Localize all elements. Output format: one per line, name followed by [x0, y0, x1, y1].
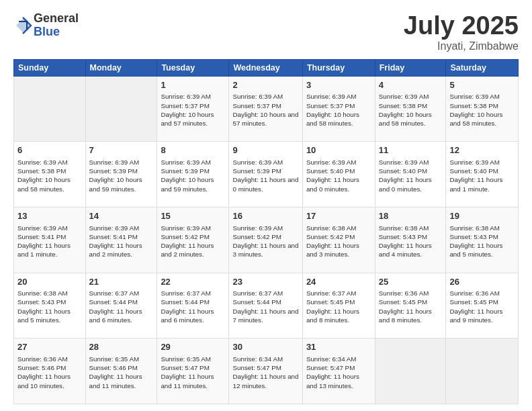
calendar-cell	[446, 338, 519, 404]
sunset: Sunset: 5:47 PM	[232, 364, 281, 371]
sunset: Sunset: 5:44 PM	[161, 298, 209, 306]
day-number: 7	[89, 144, 154, 156]
calendar-cell: 20Sunrise: 6:38 AMSunset: 5:43 PMDayligh…	[14, 273, 86, 338]
sunset: Sunset: 5:42 PM	[161, 233, 209, 240]
logo: General Blue	[13, 12, 79, 39]
daylight: Daylight: 10 hours and 58 minutes.	[17, 176, 71, 192]
day-number: 21	[89, 276, 154, 288]
sunset: Sunset: 5:38 PM	[17, 167, 66, 175]
calendar-cell: 24Sunrise: 6:37 AMSunset: 5:45 PMDayligh…	[302, 273, 375, 338]
sunrise: Sunrise: 6:38 AM	[17, 289, 68, 297]
calendar-cell: 21Sunrise: 6:37 AMSunset: 5:44 PMDayligh…	[85, 273, 157, 338]
daylight: Daylight: 11 hours and 5 minutes.	[449, 242, 502, 258]
calendar-page: General Blue July 2025 Inyati, Zimbabwe …	[0, 0, 532, 411]
calendar-cell	[14, 76, 86, 142]
daylight: Daylight: 11 hours and 6 minutes.	[161, 308, 214, 324]
sunset: Sunset: 5:45 PM	[306, 298, 355, 306]
calendar-cell: 9Sunrise: 6:39 AMSunset: 5:39 PMDaylight…	[229, 142, 302, 208]
logo-blue: Blue	[34, 26, 79, 39]
sunrise: Sunrise: 6:36 AM	[17, 355, 68, 363]
day-number: 1	[161, 79, 225, 91]
calendar-cell: 5Sunrise: 6:39 AMSunset: 5:38 PMDaylight…	[446, 76, 519, 142]
daylight: Daylight: 11 hours and 1 minute.	[449, 176, 502, 192]
day-number: 27	[17, 341, 82, 353]
sunset: Sunset: 5:40 PM	[379, 167, 427, 175]
calendar-cell	[85, 76, 157, 142]
calendar-cell: 12Sunrise: 6:39 AMSunset: 5:40 PMDayligh…	[446, 142, 519, 208]
sunrise: Sunrise: 6:39 AM	[449, 158, 500, 166]
calendar-cell: 6Sunrise: 6:39 AMSunset: 5:38 PMDaylight…	[14, 142, 86, 208]
sunset: Sunset: 5:47 PM	[161, 364, 209, 371]
calendar-week-1: 1Sunrise: 6:39 AMSunset: 5:37 PMDaylight…	[14, 76, 519, 142]
calendar-cell: 4Sunrise: 6:39 AMSunset: 5:38 PMDaylight…	[375, 76, 446, 142]
sunset: Sunset: 5:41 PM	[89, 233, 138, 240]
daylight: Daylight: 11 hours and 4 minutes.	[379, 242, 432, 258]
header-saturday: Saturday	[446, 59, 519, 76]
sunset: Sunset: 5:37 PM	[306, 102, 355, 109]
daylight: Daylight: 10 hours and 57 minutes.	[232, 111, 298, 127]
sunset: Sunset: 5:38 PM	[379, 102, 427, 109]
logo-icon	[13, 16, 32, 35]
calendar-cell: 25Sunrise: 6:36 AMSunset: 5:45 PMDayligh…	[375, 273, 446, 338]
header-row: Sunday Monday Tuesday Wednesday Thursday…	[14, 59, 519, 76]
daylight: Daylight: 10 hours and 59 minutes.	[161, 176, 214, 192]
calendar-cell: 16Sunrise: 6:39 AMSunset: 5:42 PMDayligh…	[229, 208, 302, 273]
sunrise: Sunrise: 6:36 AM	[379, 289, 429, 297]
day-number: 5	[449, 79, 515, 91]
header-sunday: Sunday	[14, 59, 86, 76]
sunset: Sunset: 5:41 PM	[17, 233, 66, 240]
calendar-cell	[375, 338, 446, 404]
sunrise: Sunrise: 6:39 AM	[161, 158, 211, 166]
sunrise: Sunrise: 6:39 AM	[232, 93, 283, 100]
calendar-cell: 27Sunrise: 6:36 AMSunset: 5:46 PMDayligh…	[14, 338, 86, 404]
day-number: 13	[17, 210, 82, 222]
sunrise: Sunrise: 6:39 AM	[232, 158, 283, 166]
header-friday: Friday	[375, 59, 446, 76]
calendar-cell: 8Sunrise: 6:39 AMSunset: 5:39 PMDaylight…	[157, 142, 229, 208]
calendar-cell: 2Sunrise: 6:39 AMSunset: 5:37 PMDaylight…	[229, 76, 302, 142]
sunset: Sunset: 5:44 PM	[232, 298, 281, 306]
sunrise: Sunrise: 6:39 AM	[17, 224, 68, 232]
sunset: Sunset: 5:40 PM	[449, 167, 498, 175]
sunrise: Sunrise: 6:37 AM	[306, 289, 357, 297]
sunset: Sunset: 5:46 PM	[17, 364, 66, 371]
sunset: Sunset: 5:47 PM	[306, 364, 355, 371]
calendar-cell: 18Sunrise: 6:38 AMSunset: 5:43 PMDayligh…	[375, 208, 446, 273]
sunset: Sunset: 5:38 PM	[449, 102, 498, 109]
sunrise: Sunrise: 6:37 AM	[161, 289, 211, 297]
header-tuesday: Tuesday	[157, 59, 229, 76]
sunrise: Sunrise: 6:39 AM	[89, 158, 140, 166]
calendar-table: Sunday Monday Tuesday Wednesday Thursday…	[13, 59, 519, 404]
sunrise: Sunrise: 6:38 AM	[379, 224, 429, 232]
calendar-cell: 7Sunrise: 6:39 AMSunset: 5:39 PMDaylight…	[85, 142, 157, 208]
daylight: Daylight: 11 hours and 0 minutes.	[232, 176, 298, 192]
title-section: July 2025 Inyati, Zimbabwe	[404, 12, 519, 52]
daylight: Daylight: 11 hours and 9 minutes.	[449, 308, 502, 324]
logo-general: General	[34, 12, 79, 26]
header: General Blue July 2025 Inyati, Zimbabwe	[13, 12, 519, 52]
calendar-cell: 31Sunrise: 6:34 AMSunset: 5:47 PMDayligh…	[302, 338, 375, 404]
day-number: 22	[161, 276, 225, 288]
sunset: Sunset: 5:37 PM	[161, 102, 209, 109]
sunset: Sunset: 5:43 PM	[379, 233, 427, 240]
sunrise: Sunrise: 6:39 AM	[449, 93, 500, 100]
day-number: 29	[161, 341, 225, 353]
calendar-cell: 13Sunrise: 6:39 AMSunset: 5:41 PMDayligh…	[14, 208, 86, 273]
calendar-cell: 30Sunrise: 6:34 AMSunset: 5:47 PMDayligh…	[229, 338, 302, 404]
daylight: Daylight: 11 hours and 2 minutes.	[89, 242, 142, 258]
sunrise: Sunrise: 6:34 AM	[232, 355, 283, 363]
day-number: 24	[306, 276, 371, 288]
daylight: Daylight: 11 hours and 8 minutes.	[306, 308, 359, 324]
day-number: 11	[379, 144, 443, 156]
day-number: 10	[306, 144, 371, 156]
day-number: 12	[449, 144, 515, 156]
day-number: 20	[17, 276, 82, 288]
daylight: Daylight: 10 hours and 58 minutes.	[379, 111, 432, 127]
day-number: 19	[449, 210, 515, 222]
sunset: Sunset: 5:43 PM	[17, 298, 66, 306]
sunrise: Sunrise: 6:38 AM	[449, 224, 500, 232]
daylight: Daylight: 10 hours and 59 minutes.	[89, 176, 142, 192]
day-number: 6	[17, 144, 82, 156]
day-number: 16	[232, 210, 298, 222]
location-subtitle: Inyati, Zimbabwe	[404, 40, 519, 52]
